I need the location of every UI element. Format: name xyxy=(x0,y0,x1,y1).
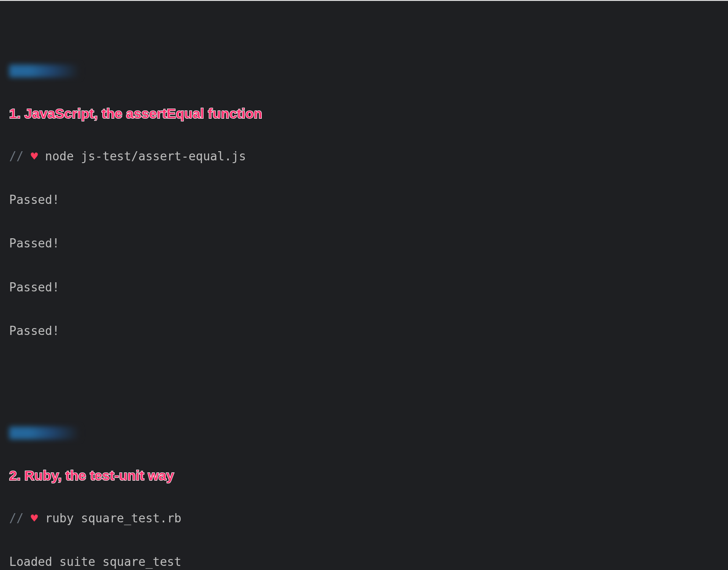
output-line: Passed! xyxy=(9,193,719,208)
command-line-1: // ♥ node js-test/assert-equal.js xyxy=(9,149,719,164)
blurred-prompt-bg xyxy=(9,427,80,439)
output-line: Passed! xyxy=(9,280,719,295)
prompt-slashes: // xyxy=(9,149,23,163)
output-line: Loaded suite square_test xyxy=(9,555,719,570)
section-2: 2. Ruby, the test-unit way // ♥ ruby squ… xyxy=(9,426,719,570)
prompt-slashes: // xyxy=(9,511,23,525)
section-1: 1. JavaScript, the assertEqual function … xyxy=(9,64,719,367)
output-line: Passed! xyxy=(9,236,719,251)
terminal-pane[interactable]: 1. JavaScript, the assertEqual function … xyxy=(0,2,728,570)
annotation-2: 2. Ruby, the test-unit way xyxy=(9,467,719,484)
output-line: Passed! xyxy=(9,324,719,339)
annotation-1: 1. JavaScript, the assertEqual function xyxy=(9,105,719,122)
command-text: ruby square_test.rb xyxy=(45,511,181,525)
command-line-2: // ♥ ruby square_test.rb xyxy=(9,511,719,526)
command-text: node js-test/assert-equal.js xyxy=(45,149,246,163)
heart-icon: ♥ xyxy=(31,149,38,163)
window-divider xyxy=(0,0,728,1)
heart-icon: ♥ xyxy=(31,511,38,525)
blurred-prompt-bg xyxy=(9,65,80,77)
